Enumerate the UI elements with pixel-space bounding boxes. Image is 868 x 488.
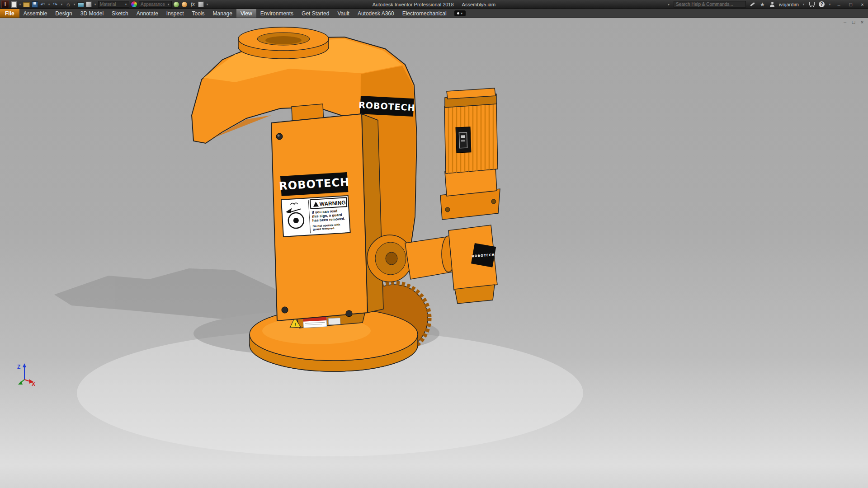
shoulder-joint[interactable]	[367, 235, 412, 282]
app-title: Autodesk Inventor Professional 2018	[373, 2, 454, 7]
ribbon-tab-inspect[interactable]: Inspect	[162, 9, 188, 18]
appearance-caret-icon: ▾	[167, 3, 170, 6]
material-caret-icon: ▾	[124, 3, 127, 6]
titlebar: I ▾ ↶ ▾ ↷ ▾ ⌂ ▾ ▾ Material ▾ Appearance …	[0, 0, 868, 9]
ribbon-tab-environments[interactable]: Environments	[256, 9, 297, 18]
undo-caret-icon[interactable]: ▾	[47, 3, 51, 6]
ribbon-tab-electromechanical[interactable]: Electromechanical	[398, 9, 451, 18]
ribbon-tab-annotate[interactable]: Annotate	[132, 9, 162, 18]
home-view-icon[interactable]: ⌂	[65, 1, 71, 8]
triad-z-label: Z	[17, 364, 20, 370]
quick-access-toolbar: I ▾ ↶ ▾ ↷ ▾ ⌂ ▾ ▾ Material ▾ Appearance …	[0, 0, 209, 8]
exclamation-icon: !	[294, 322, 296, 327]
ribbon-tab-file[interactable]: File	[0, 9, 19, 18]
redo-caret-icon[interactable]: ▾	[60, 3, 63, 6]
elbow-block[interactable]: ROBOTECH	[448, 225, 497, 304]
ribbon-tab-assemble[interactable]: Assemble	[19, 9, 52, 18]
ribbon-tab-design[interactable]: Design	[51, 9, 76, 18]
parameters-fx-icon[interactable]: fx	[189, 1, 196, 8]
doc-minimize-button[interactable]: –	[842, 19, 848, 25]
ribbon-tab-get-started[interactable]: Get Started	[297, 9, 333, 18]
ribbon-tab-view[interactable]: View	[236, 9, 256, 18]
view-triad[interactable]: Z X	[17, 363, 35, 387]
selection-filter-icon[interactable]	[85, 1, 92, 8]
window-title: Autodesk Inventor Professional 2018 Asse…	[373, 2, 495, 7]
adjust-orange-orb-icon[interactable]	[181, 1, 188, 8]
open-file-icon[interactable]	[23, 1, 30, 8]
render-icon[interactable]	[77, 1, 84, 8]
selection-caret-icon[interactable]: ▾	[94, 3, 97, 6]
help-caret-icon[interactable]: ▾	[828, 3, 831, 6]
search-input[interactable]	[674, 1, 746, 8]
document-title: Assembly5.iam	[462, 2, 496, 7]
ribbon-tab-manage[interactable]: Manage	[209, 9, 236, 18]
3d-viewport-canvas[interactable]: ! ROBOTECH	[0, 18, 868, 488]
ribbon-tab-sketch[interactable]: Sketch	[108, 9, 132, 18]
home-caret-icon[interactable]: ▾	[73, 3, 76, 6]
ribbon-tab-bar: File Assemble Design 3D Model Sketch Ann…	[0, 9, 868, 18]
new-file-caret-icon[interactable]: ▾	[19, 3, 22, 6]
ribbon-tab-autodesk-a360[interactable]: Autodesk A360	[354, 9, 398, 18]
user-menu-caret-icon[interactable]: ▾	[802, 3, 805, 6]
signed-in-username[interactable]: ivojardim	[779, 2, 799, 7]
save-icon[interactable]	[31, 1, 38, 8]
favorites-star-icon[interactable]: ★	[759, 1, 766, 8]
measure-icon[interactable]	[198, 1, 204, 8]
inventor-app-logo-icon[interactable]: I	[1, 0, 9, 8]
new-file-icon[interactable]	[10, 1, 17, 8]
warning-sticker: WARNING If you can read this sign, a gua…	[281, 196, 350, 237]
triad-x-label: X	[32, 381, 35, 387]
redo-icon[interactable]: ↷	[52, 1, 59, 8]
ribbon-tab-vault[interactable]: Vault	[333, 9, 353, 18]
help-icon[interactable]: ?	[818, 1, 825, 8]
ribbon-tab-3d-model[interactable]: 3D Model	[76, 9, 108, 18]
window-minimize-button[interactable]: –	[835, 2, 843, 7]
motor-terminal-display	[456, 127, 471, 153]
wrist-arm[interactable]	[405, 236, 455, 279]
appearance-dropdown[interactable]: Appearance ▾	[139, 1, 172, 8]
user-avatar-icon[interactable]	[769, 1, 776, 8]
window-maximize-button[interactable]: □	[846, 2, 855, 7]
ribbon-option-toggle[interactable]: ▾	[454, 10, 466, 16]
qat-customize-caret-icon[interactable]: ▾	[206, 3, 209, 6]
search-expand-icon[interactable]: ▸	[667, 3, 670, 6]
ribbon-tab-tools[interactable]: Tools	[188, 9, 209, 18]
top-cap-cylinder[interactable]	[238, 27, 329, 59]
doc-restore-button[interactable]: □	[851, 19, 856, 25]
undo-icon[interactable]: ↶	[39, 1, 46, 8]
window-close-button[interactable]: ×	[858, 2, 867, 7]
app-store-cart-icon[interactable]	[808, 1, 815, 8]
sign-pen-icon[interactable]	[749, 1, 756, 8]
doc-close-button[interactable]: ×	[859, 19, 865, 25]
model-viewport[interactable]: ! ROBOTECH	[0, 18, 868, 488]
titlebar-right-cluster: ▸ ★ ivojardim ▾ ? ▾ – □ ×	[667, 1, 868, 8]
material-dropdown[interactable]: Material ▾	[98, 1, 129, 8]
color-wheel-icon[interactable]	[131, 1, 137, 8]
yoke-brand-label: ROBOTECH	[358, 96, 415, 117]
motor-assembly[interactable]	[440, 88, 500, 220]
document-window-controls: – □ ×	[842, 19, 865, 25]
adjust-green-orb-icon[interactable]	[173, 1, 180, 8]
